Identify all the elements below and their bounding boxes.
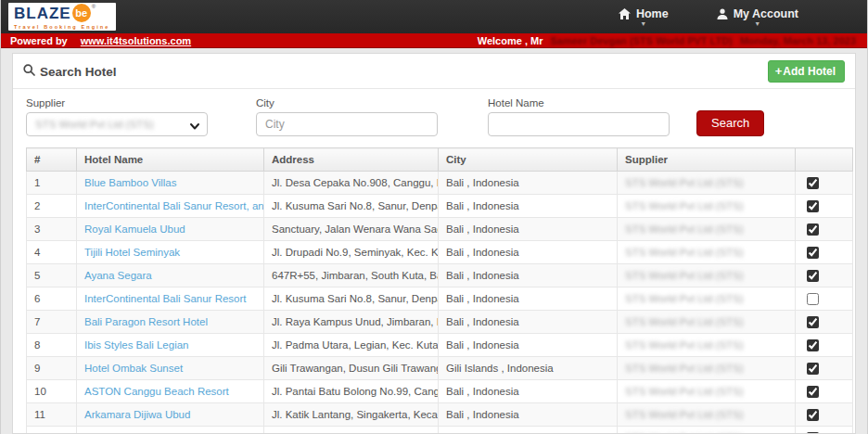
hotel-city: Bali , Indonesia <box>439 241 618 264</box>
hotel-active-checkbox[interactable] <box>807 247 819 259</box>
brand-logo[interactable]: BLAZE be ® Travel Booking Engine <box>8 3 116 31</box>
nav-my-account[interactable]: My Account ▼ <box>693 7 823 27</box>
hotel-name-link[interactable]: Hotel Ombak Sunset <box>77 357 264 380</box>
panel-header: Search Hotel + Add Hotel <box>13 54 855 89</box>
it4t-link[interactable]: www.it4tsolutions.com <box>81 35 191 46</box>
hotel-active-cell <box>796 264 853 287</box>
hotel-address: Jl. Katik Lantang, Singakerta, Kecamatan… <box>264 403 439 427</box>
hotel-city: Bali , Indonesia <box>439 403 618 427</box>
hotel-city: Bali , Indonesia <box>439 380 618 403</box>
hotel-name-link[interactable]: Royal Kamuela Ubud <box>77 218 264 241</box>
hotel-supplier: STS World Pvt Ltd (STS) <box>618 195 796 218</box>
page-title: Search Hotel <box>23 64 117 79</box>
hotel-address: Jl. Desa Cepaka No.908, Canggu, Kec. Ked… <box>264 172 439 195</box>
hotel-name-link[interactable]: Bali Paragon Resort Hotel <box>77 311 264 334</box>
powered-bar: Powered by www.it4tsolutions.com Welcome… <box>1 33 867 48</box>
table-row: 7 Bali Paragon Resort Hotel Jl. Raya Kam… <box>27 311 853 334</box>
hotel-name-link[interactable]: Hotel NEO+ Kuta Legian <box>77 427 264 434</box>
row-number: 1 <box>27 172 77 195</box>
hotel-active-cell <box>796 241 853 264</box>
user-icon <box>717 8 728 19</box>
hotel-supplier: STS World Pvt Ltd (STS) <box>618 380 796 403</box>
hotel-name-link[interactable]: InterContinental Bali Sanur Resort, an I… <box>77 195 264 218</box>
hotel-name-link[interactable]: Tijili Hotel Seminyak <box>77 241 264 264</box>
hotel-active-cell <box>796 357 853 380</box>
hotel-active-checkbox[interactable] <box>807 270 819 282</box>
page-title-text: Search Hotel <box>40 65 117 79</box>
table-row: 5 Ayana Segara 647R+55, Jimbaran, South … <box>27 264 853 287</box>
plus-icon: + <box>775 64 783 78</box>
hotel-name-link[interactable]: InterContinental Bali Sanur Resort <box>77 287 264 311</box>
table-row: 8 Ibis Styles Bali Legian Jl. Padma Utar… <box>27 334 853 357</box>
hotel-city: Bali , Indonesia <box>439 287 618 311</box>
table-row: 6 InterContinental Bali Sanur Resort Jl.… <box>27 287 853 311</box>
supplier-select[interactable]: STS World Pvt Ltd (STS) <box>26 112 208 136</box>
row-number: 9 <box>27 357 77 380</box>
city-input[interactable] <box>256 112 438 136</box>
hotel-name-link[interactable]: ASTON Canggu Beach Resort <box>77 380 264 403</box>
table-row: 4 Tijili Hotel Seminyak Jl. Drupadi No.9… <box>27 241 853 264</box>
home-icon <box>619 8 631 19</box>
nav-home[interactable]: Home ▼ <box>594 7 693 27</box>
supplier-selected-value: STS World Pvt Ltd (STS) <box>35 119 154 130</box>
hotel-active-cell <box>796 172 853 195</box>
table-body: 1 Blue Bamboo Villas Jl. Desa Cepaka No.… <box>27 172 853 434</box>
col-hotel-name: Hotel Name <box>77 148 264 172</box>
hotels-table: # Hotel Name Address City Supplier 1 Blu… <box>26 147 853 434</box>
hotel-address: Jl. Pantai Batu Bolong No.99, Canggu, Ke… <box>264 380 439 403</box>
hotel-address: Gili Trawangan, Dusun Gili Trawangan Ind… <box>264 357 439 380</box>
row-number: 7 <box>27 311 77 334</box>
add-hotel-button[interactable]: + Add Hotel <box>768 60 845 83</box>
col-supplier: Supplier <box>618 148 796 172</box>
hotel-address: Sanctuary, Jalan Wenara Wana Sacred Monk… <box>264 218 439 241</box>
hotel-supplier: STS World Pvt Ltd (STS) <box>618 403 796 427</box>
hotel-active-checkbox[interactable] <box>807 223 819 236</box>
col-address: Address <box>264 148 439 172</box>
main-nav: Home ▼ My Account ▼ <box>594 7 823 27</box>
hotel-name-link[interactable]: Ibis Styles Bali Legian <box>77 334 264 357</box>
table-row: 3 Royal Kamuela Ubud Sanctuary, Jalan We… <box>27 218 853 241</box>
hotel-city: Bali , Indonesia <box>439 334 618 357</box>
chevron-down-icon: ▼ <box>640 21 646 27</box>
search-form: Supplier STS World Pvt Ltd (STS) City Ho… <box>13 89 855 147</box>
row-number: 8 <box>27 334 77 357</box>
city-label: City <box>256 97 438 108</box>
hotel-name-label: Hotel Name <box>488 97 670 108</box>
hotel-city: Bali , Indonesia <box>439 311 618 334</box>
hotel-city: Gili Islands , Indonesia <box>439 357 618 380</box>
hotel-active-checkbox[interactable] <box>807 293 819 305</box>
table-row: 10 ASTON Canggu Beach Resort Jl. Pantai … <box>27 380 853 403</box>
col-city: City <box>439 148 618 172</box>
row-number: 2 <box>27 195 77 218</box>
col-num: # <box>27 148 77 172</box>
hotel-address: 647R+55, Jimbaran, South Kuta, Badung Re… <box>264 264 439 287</box>
hotel-supplier: STS World Pvt Ltd (STS) <box>618 218 796 241</box>
hotel-active-checkbox[interactable] <box>807 339 819 351</box>
hotel-active-checkbox[interactable] <box>807 409 819 421</box>
hotel-active-cell <box>796 380 853 403</box>
hotel-address: Jl. Raya Kampus Unud, Jimbaran, Bali, Ka… <box>264 311 439 334</box>
hotel-name-input[interactable] <box>488 112 670 136</box>
add-hotel-label: Add Hotel <box>783 65 836 78</box>
logo-be-badge: be <box>72 4 91 22</box>
hotel-name-link[interactable]: Arkamara Dijiwa Ubud <box>77 403 264 427</box>
hotel-active-cell <box>796 195 853 218</box>
hotel-active-checkbox[interactable] <box>807 386 819 398</box>
hotel-city: Bali , Indonesia <box>439 427 618 434</box>
hotel-active-cell <box>796 334 853 357</box>
hotel-supplier: STS World Pvt Ltd (STS) <box>618 334 796 357</box>
hotel-active-checkbox[interactable] <box>807 200 819 212</box>
hotel-active-checkbox[interactable] <box>807 316 819 328</box>
hotel-address: Jl. Kusuma Sari No.8, Sanur, Denpasar Se… <box>264 195 439 218</box>
user-name: Sameer Devgan (STS World PVT LTD) <box>550 35 732 46</box>
hotel-active-checkbox[interactable] <box>807 363 819 375</box>
hotel-active-checkbox[interactable] <box>807 177 819 189</box>
hotel-active-cell <box>796 427 853 434</box>
row-number: 11 <box>27 403 77 427</box>
supplier-label: Supplier <box>26 97 208 108</box>
nav-my-account-label: My Account <box>734 7 798 20</box>
hotel-name-link[interactable]: Ayana Segara <box>77 264 264 287</box>
search-button[interactable]: Search <box>696 110 764 136</box>
search-hotel-panel: Search Hotel + Add Hotel Supplier STS Wo… <box>12 53 856 434</box>
hotel-name-link[interactable]: Blue Bamboo Villas <box>77 172 264 195</box>
